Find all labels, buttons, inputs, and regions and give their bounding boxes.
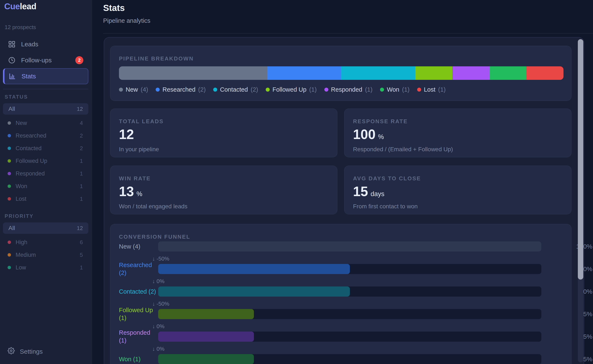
funnel-percent-label: 50% bbox=[544, 288, 592, 295]
filter-label: Won bbox=[16, 183, 27, 190]
status-filter-new[interactable]: New4 bbox=[3, 117, 88, 129]
filter-label: Lost bbox=[16, 196, 26, 202]
funnel-bar-new-4 bbox=[158, 241, 541, 252]
low-dot-icon bbox=[8, 266, 11, 269]
filter-count: 2 bbox=[80, 132, 83, 139]
researched-dot-icon bbox=[156, 88, 160, 92]
gear-icon bbox=[8, 347, 15, 356]
status-filter-won[interactable]: Won1 bbox=[3, 180, 88, 193]
legend-label: Responded bbox=[331, 86, 362, 93]
contacted-dot-icon bbox=[8, 147, 11, 150]
pipeline-segment-new bbox=[119, 66, 267, 80]
legend-item-researched: Researched(2) bbox=[156, 86, 206, 93]
funnel-label-researched-2: Researched (2) bbox=[119, 259, 158, 280]
bar-chart-icon bbox=[8, 72, 16, 80]
responded-dot-icon bbox=[8, 172, 11, 175]
stat-value: 13 bbox=[119, 184, 134, 199]
legend-item-contacted: Contacted(2) bbox=[213, 86, 258, 93]
filter-count: 5 bbox=[80, 252, 83, 258]
researched-dot-icon bbox=[8, 134, 11, 137]
funnel-label-won-1: Won (1) bbox=[119, 349, 158, 364]
filter-count: 12 bbox=[77, 225, 83, 232]
status-filter-lost[interactable]: Lost1 bbox=[3, 193, 88, 205]
pipeline-segment-researched bbox=[267, 66, 341, 80]
lost-dot-icon bbox=[8, 197, 11, 201]
legend-item-won: Won(1) bbox=[380, 86, 410, 93]
legend-item-followed-up: Followed Up(1) bbox=[266, 86, 317, 93]
funnel-bar-won-1 bbox=[158, 354, 541, 364]
status-filter-all[interactable]: All12 bbox=[3, 103, 88, 115]
pipeline-segment-won bbox=[489, 66, 526, 80]
filter-count: 1 bbox=[80, 196, 83, 202]
pipeline-segment-contacted bbox=[341, 66, 415, 80]
status-section-title: STATUS bbox=[5, 94, 88, 100]
stat-value-suffix: days bbox=[371, 190, 384, 198]
status-filter-contacted[interactable]: Contacted2 bbox=[3, 142, 88, 155]
stat-card-win-rate: WIN RATE13%Won / total engaged leads bbox=[110, 166, 337, 214]
funnel-bar-researched-2 bbox=[158, 264, 541, 274]
logo-suffix: lead bbox=[20, 2, 36, 11]
legend-label: Followed Up bbox=[273, 86, 306, 93]
followed-up-dot-icon bbox=[8, 159, 11, 163]
stat-title: AVG DAYS TO CLOSE bbox=[353, 175, 421, 182]
sidebar-item-leads[interactable]: Leads bbox=[3, 36, 88, 52]
scrollbar-thumb[interactable] bbox=[578, 39, 583, 280]
status-filter-followed-up[interactable]: Followed Up1 bbox=[3, 155, 88, 167]
status-filter-section: STATUSAll12New4Researched2Contacted2Foll… bbox=[3, 94, 88, 205]
filter-count: 1 bbox=[80, 264, 83, 271]
stat-value-row: 12 bbox=[119, 127, 134, 142]
stat-value: 100 bbox=[353, 127, 376, 142]
sidebar-item-follow-ups[interactable]: Follow-ups2 bbox=[3, 52, 88, 68]
priority-filter-medium[interactable]: Medium5 bbox=[3, 248, 88, 261]
app-logo: Cuelead bbox=[4, 2, 36, 11]
priority-filter-all[interactable]: All12 bbox=[3, 222, 88, 234]
clock-icon bbox=[8, 56, 16, 64]
lost-dot-icon bbox=[417, 88, 421, 92]
sidebar-divider bbox=[3, 89, 88, 89]
priority-section-title: PRIORITY bbox=[5, 213, 88, 219]
priority-filter-low[interactable]: Low1 bbox=[3, 261, 88, 274]
funnel-bar-fill bbox=[158, 332, 254, 342]
settings-button[interactable]: Settings bbox=[8, 347, 43, 356]
funnel-bar-fill bbox=[158, 264, 350, 274]
stat-subtitle: Won / total engaged leads bbox=[119, 203, 187, 210]
medium-dot-icon bbox=[8, 253, 11, 257]
nav-label: Stats bbox=[21, 73, 36, 80]
funnel-percent-label: 25% bbox=[544, 311, 592, 318]
stat-card-total-leads: TOTAL LEADS12In your pipeline bbox=[110, 109, 337, 157]
header-divider bbox=[103, 33, 593, 34]
pipeline-segment-followed-up bbox=[415, 66, 453, 80]
priority-filter-high[interactable]: High6 bbox=[3, 236, 88, 248]
funnel-percent-label: 25% bbox=[544, 356, 592, 363]
nav-label: Follow-ups bbox=[21, 57, 52, 64]
legend-item-responded: Responded(1) bbox=[324, 86, 373, 93]
stat-value-row: 15days bbox=[353, 184, 384, 199]
legend-label: Contacted bbox=[220, 86, 248, 93]
legend-count: (4) bbox=[141, 86, 148, 93]
responded-dot-icon bbox=[324, 88, 328, 92]
stat-subtitle: Responded / (Emailed + Followed Up) bbox=[353, 146, 453, 153]
sidebar-item-stats[interactable]: Stats bbox=[3, 68, 88, 84]
stat-subtitle: In your pipeline bbox=[119, 146, 159, 153]
stat-value-row: 100% bbox=[353, 127, 384, 142]
stat-value: 12 bbox=[119, 127, 134, 142]
legend-label: New bbox=[126, 86, 138, 93]
filter-label: Responded bbox=[16, 170, 45, 177]
followed-up-dot-icon bbox=[266, 88, 270, 92]
filter-count: 12 bbox=[77, 106, 83, 112]
filter-count: 1 bbox=[80, 183, 83, 190]
pipeline-segment-responded bbox=[452, 66, 489, 80]
funnel-bar-fill bbox=[158, 309, 254, 319]
grid-icon bbox=[8, 40, 16, 48]
funnel-bar-responded-1 bbox=[158, 332, 541, 342]
funnel-label-followed-up-1: Followed Up (1) bbox=[119, 304, 158, 325]
status-filter-researched[interactable]: Researched2 bbox=[3, 129, 88, 142]
filter-label: New bbox=[16, 120, 27, 126]
stat-value-row: 13% bbox=[119, 184, 142, 199]
contacted-dot-icon bbox=[213, 88, 217, 92]
status-filter-responded[interactable]: Responded1 bbox=[3, 167, 88, 180]
page-title: Stats bbox=[103, 3, 125, 13]
filter-count: 1 bbox=[80, 158, 83, 164]
legend-count: (1) bbox=[365, 86, 373, 93]
filter-count: 4 bbox=[80, 120, 83, 126]
